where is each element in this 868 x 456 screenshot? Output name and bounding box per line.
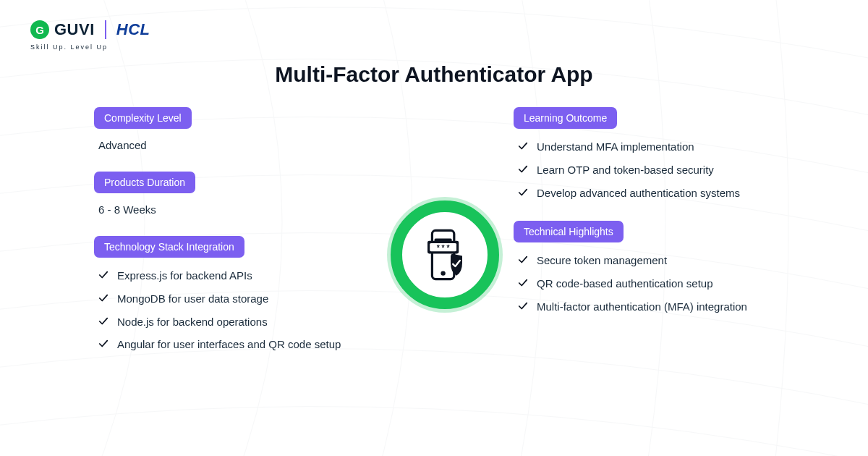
list-item-text: Angular for user interfaces and QR code … <box>117 337 341 352</box>
list-item-text: MongoDB for user data storage <box>117 291 268 307</box>
list-item: QR code-based authentication setup <box>518 276 774 292</box>
list-item-text: Node.js for backend operations <box>117 314 268 330</box>
list-item-text: Understand MFA implementation <box>537 139 694 155</box>
highlights-list: Secure token managementQR code-based aut… <box>514 253 774 314</box>
check-icon <box>518 255 528 265</box>
list-item: MongoDB for user data storage <box>98 291 376 307</box>
list-item: Angular for user interfaces and QR code … <box>98 337 376 352</box>
check-icon <box>98 339 109 349</box>
highlights-tag: Technical Highlights <box>514 221 624 242</box>
learning-list: Understand MFA implementationLearn OTP a… <box>514 139 774 200</box>
svg-point-1 <box>441 271 445 275</box>
header-logos: G GUVI HCL <box>30 20 150 39</box>
tech-tag: Technology Stack Integration <box>94 236 244 258</box>
list-item: Secure token management <box>518 253 774 269</box>
svg-text:* * *: * * * <box>437 243 451 251</box>
mfa-phone-shield-icon: * * * <box>416 226 474 284</box>
check-icon <box>518 278 528 288</box>
tech-list: Express.js for backend APIsMongoDB for u… <box>94 268 376 352</box>
learning-tag: Learning Outcome <box>514 107 617 129</box>
check-icon <box>518 164 528 174</box>
complexity-value: Advanced <box>94 139 376 151</box>
check-icon <box>98 270 109 280</box>
guvi-logo: G GUVI <box>30 20 95 39</box>
list-item-text: Multi-factor authentication (MFA) integr… <box>537 299 747 315</box>
check-icon <box>98 316 109 326</box>
check-icon <box>98 293 109 303</box>
svg-rect-5 <box>435 238 452 242</box>
duration-section: Products Duration 6 - 8 Weeks <box>94 172 376 216</box>
duration-value: 6 - 8 Weeks <box>94 203 376 216</box>
list-item-text: Develop advanced authentication systems <box>537 185 740 201</box>
logo-divider <box>105 20 106 39</box>
guvi-brand-text: GUVI <box>54 20 95 39</box>
list-item: Node.js for backend operations <box>98 314 376 330</box>
center-column: * * * <box>376 107 514 373</box>
highlights-section: Technical Highlights Secure token manage… <box>514 221 774 314</box>
list-item-text: Learn OTP and token-based security <box>537 162 714 178</box>
complexity-tag: Complexity Level <box>94 107 192 129</box>
check-icon <box>518 301 528 311</box>
list-item-text: QR code-based authentication setup <box>537 276 713 292</box>
list-item-text: Express.js for backend APIs <box>117 268 252 284</box>
center-circle: * * * <box>391 200 499 309</box>
guvi-icon: G <box>30 20 49 39</box>
learning-section: Learning Outcome Understand MFA implemen… <box>514 107 774 200</box>
right-column: Learning Outcome Understand MFA implemen… <box>514 107 774 373</box>
content-area: Complexity Level Advanced Products Durat… <box>0 107 868 373</box>
tech-section: Technology Stack Integration Express.js … <box>94 236 376 352</box>
list-item: Understand MFA implementation <box>518 139 774 155</box>
list-item-text: Secure token management <box>537 253 667 269</box>
list-item: Express.js for backend APIs <box>98 268 376 284</box>
page-title: Multi-Factor Authenticator App <box>0 62 868 87</box>
duration-tag: Products Duration <box>94 172 195 193</box>
list-item: Multi-factor authentication (MFA) integr… <box>518 299 774 315</box>
list-item: Learn OTP and token-based security <box>518 162 774 178</box>
complexity-section: Complexity Level Advanced <box>94 107 376 151</box>
tagline: Skill Up. Level Up <box>30 43 108 51</box>
left-column: Complexity Level Advanced Products Durat… <box>94 107 376 373</box>
check-icon <box>518 187 528 198</box>
check-icon <box>518 141 528 151</box>
hcl-brand-text: HCL <box>116 20 150 39</box>
list-item: Develop advanced authentication systems <box>518 185 774 201</box>
